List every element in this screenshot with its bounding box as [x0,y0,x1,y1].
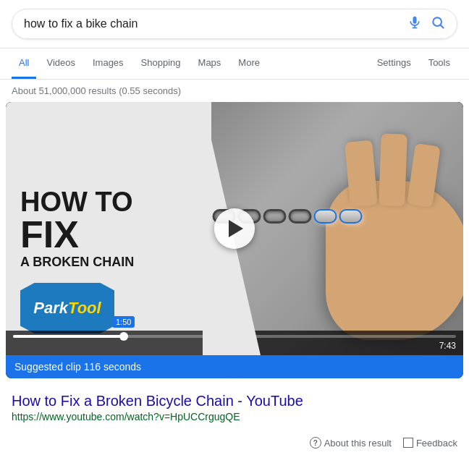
search-result: How to Fix a Broken Bicycle Chain - YouT… [0,384,469,428]
nav-tabs: All Videos Images Shopping Maps More Set… [0,48,469,80]
mic-icon[interactable] [407,15,422,33]
results-count: About 51,000,000 results (0.55 seconds) [0,80,469,102]
video-title-sub: A BROKEN CHAIN [20,255,220,270]
feedback-icon [403,438,413,448]
tab-maps[interactable]: Maps [191,48,229,79]
chain-link [288,209,311,224]
tab-images[interactable]: Images [85,48,131,79]
search-submit-icon[interactable] [431,15,445,33]
footer-bar: ? About this result Feedback [0,431,469,454]
hand-shape [326,181,463,340]
nav-right: Settings Tools [370,48,457,79]
tab-all[interactable]: All [12,48,36,79]
tab-more[interactable]: More [231,48,267,79]
finger-2 [379,133,407,206]
search-icons [407,15,445,33]
search-bar-container [0,0,469,48]
svg-line-5 [441,25,444,28]
video-title-fix: FIX [20,216,220,253]
svg-rect-0 [413,17,417,24]
search-bar [12,9,457,39]
suggested-clip-arrow-icon [226,375,243,378]
feedback-label: Feedback [416,438,457,449]
chain-link-highlighted [339,209,362,224]
badge-shape: ParkTool [20,283,114,333]
tab-shopping[interactable]: Shopping [134,48,188,79]
tab-videos[interactable]: Videos [39,48,83,79]
result-title-link[interactable]: How to Fix a Broken Bicycle Chain - YouT… [12,393,303,409]
tab-tools[interactable]: Tools [421,48,457,79]
finger-1 [345,140,378,208]
about-result-item[interactable]: ? About this result [310,437,392,449]
video-title-how-to: HOW TO [20,188,220,216]
progress-dot [119,332,128,341]
clip-time-badge: 1:50 [112,316,135,328]
finger-3 [407,143,440,208]
progress-filled [13,335,124,338]
video-card: HOW TO FIX A BROKEN CHAIN ParkTool [6,102,463,378]
tab-settings[interactable]: Settings [370,48,418,79]
feedback-item[interactable]: Feedback [403,438,457,449]
search-input[interactable] [24,17,407,30]
chain-link [263,209,286,224]
play-button[interactable] [214,208,255,249]
suggested-clip-container: Suggested clip 116 seconds [6,355,463,378]
about-result-label: About this result [324,438,392,449]
chain-link-highlighted [313,209,337,224]
about-result-icon: ? [310,437,321,449]
badge-text: ParkTool [33,299,101,318]
video-thumbnail[interactable]: HOW TO FIX A BROKEN CHAIN ParkTool [6,102,463,355]
result-url: https://www.youtube.com/watch?v=HpUCCrgu… [12,411,457,422]
play-triangle-icon [229,220,243,237]
